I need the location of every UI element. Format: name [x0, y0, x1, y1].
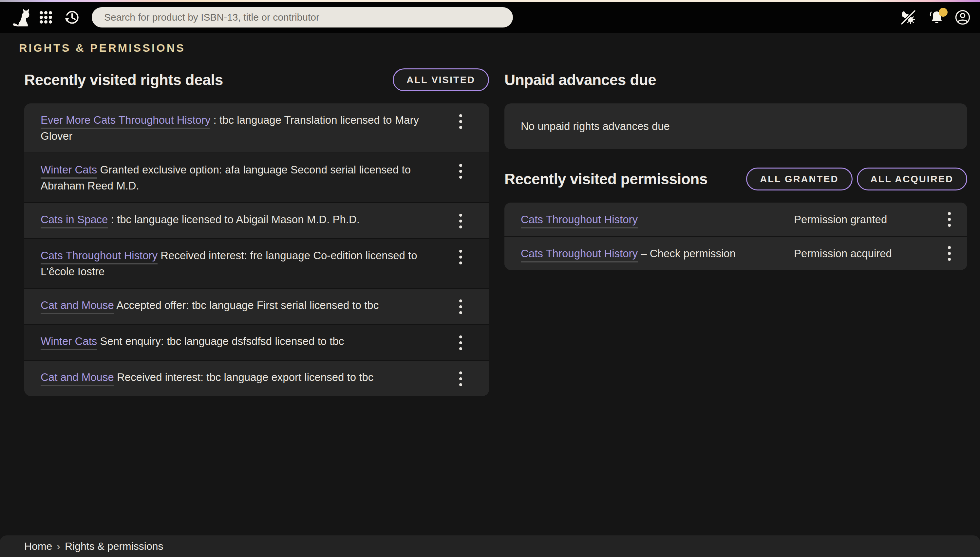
permissions-card: Cats Throughout History Permission grant…: [505, 203, 967, 270]
kebab-menu-icon[interactable]: [947, 211, 952, 228]
search-input[interactable]: [92, 7, 513, 28]
history-icon: [64, 10, 80, 25]
unpaid-advances-card: No unpaid rights advances due: [505, 103, 967, 149]
permission-product-link[interactable]: Cats Throughout History: [521, 248, 638, 262]
breadcrumb-separator: ›: [57, 540, 60, 552]
deal-description: Winter Cats Sent enquiry: tbc language d…: [41, 333, 439, 352]
notification-badge: [939, 8, 947, 17]
apps-grid-icon: [39, 11, 52, 24]
kebab-menu-icon[interactable]: [458, 334, 464, 352]
deal-product-link[interactable]: Cat and Mouse: [41, 371, 114, 386]
home-logo-button[interactable]: [11, 8, 32, 27]
history-button[interactable]: [52, 10, 80, 25]
deal-description: Winter Cats Granted exclusive option: af…: [41, 162, 439, 194]
all-acquired-button[interactable]: ALL ACQUIRED: [857, 168, 967, 191]
deal-summary-text: : tbc language licensed to Abigail Mason…: [108, 213, 359, 225]
permissions-heading: Recently visited permissions: [505, 170, 707, 188]
deal-row: Winter Cats Granted exclusive option: af…: [24, 153, 489, 202]
breadcrumb-bar: Home›Rights & permissions: [0, 536, 980, 557]
all-granted-button[interactable]: ALL GRANTED: [746, 168, 852, 191]
main-content: RIGHTS & PERMISSIONS Recently visited ri…: [0, 33, 980, 536]
kebab-menu-icon[interactable]: [947, 245, 952, 262]
deal-product-link[interactable]: Ever More Cats Throughout History: [41, 114, 210, 129]
kebab-menu-icon[interactable]: [458, 248, 464, 266]
permission-description: Cats Throughout History – Check permissi…: [521, 248, 794, 260]
deal-summary-text: Sent enquiry: tbc language dsfsdfsd lice…: [97, 335, 344, 347]
kebab-menu-icon[interactable]: [458, 370, 464, 388]
permission-product-link[interactable]: Cats Throughout History: [521, 213, 638, 228]
deal-product-link[interactable]: Cat and Mouse: [41, 299, 114, 314]
breadcrumb-current: Rights & permissions: [65, 540, 163, 552]
permission-description: Cats Throughout History: [521, 213, 794, 226]
breadcrumb-home-link[interactable]: Home: [24, 540, 52, 552]
apps-grid-button[interactable]: [32, 11, 52, 24]
top-navigation-bar: [0, 2, 980, 33]
all-visited-button[interactable]: ALL VISITED: [393, 68, 489, 91]
kebab-menu-icon[interactable]: [458, 113, 464, 130]
advances-heading: Unpaid advances due: [505, 71, 656, 89]
kebab-menu-icon[interactable]: [458, 298, 464, 316]
kebab-menu-icon[interactable]: [458, 163, 464, 180]
deal-description: Cats in Space : tbc language licensed to…: [41, 212, 439, 230]
permission-row: Cats Throughout History – Check permissi…: [505, 236, 967, 270]
deal-product-link[interactable]: Cats in Space: [41, 213, 108, 228]
permission-status: Permission acquired: [794, 248, 947, 260]
permission-row: Cats Throughout History Permission grant…: [505, 203, 967, 236]
account-icon: [955, 10, 970, 25]
kebab-menu-icon[interactable]: [458, 212, 464, 230]
deal-description: Cat and Mouse Accepted offer: tbc langua…: [41, 297, 439, 316]
deal-summary-text: Received interest: tbc language export l…: [114, 371, 373, 383]
page-title: RIGHTS & PERMISSIONS: [19, 42, 980, 54]
deal-row: Cat and Mouse Accepted offer: tbc langua…: [24, 288, 489, 324]
deal-row: Cats in Space : tbc language licensed to…: [24, 202, 489, 238]
theme-toggle-button[interactable]: [900, 10, 916, 25]
deal-description: Cat and Mouse Received interest: tbc lan…: [41, 369, 439, 388]
breadcrumb: Home›Rights & permissions: [24, 540, 163, 552]
permission-status: Permission granted: [794, 213, 947, 226]
deal-row: Cats Throughout History Received interes…: [24, 238, 489, 288]
theme-toggle-icon: [900, 10, 916, 25]
cat-logo-icon: [11, 8, 32, 27]
deal-row: Winter Cats Sent enquiry: tbc language d…: [24, 324, 489, 360]
deal-row: Cat and Mouse Received interest: tbc lan…: [24, 360, 489, 396]
deal-product-link[interactable]: Winter Cats: [41, 335, 97, 350]
rights-deals-section: Recently visited rights deals ALL VISITE…: [24, 68, 489, 396]
deals-heading: Recently visited rights deals: [24, 71, 223, 89]
deal-description: Ever More Cats Throughout History : tbc …: [41, 112, 439, 144]
account-button[interactable]: [955, 10, 970, 25]
deal-product-link[interactable]: Cats Throughout History: [41, 249, 158, 264]
notifications-button[interactable]: [929, 9, 945, 26]
deal-summary-text: Accepted offer: tbc language First seria…: [114, 299, 379, 311]
unpaid-advances-empty-message: No unpaid rights advances due: [521, 120, 670, 132]
advances-permissions-section: Unpaid advances due No unpaid rights adv…: [505, 68, 967, 396]
deal-product-link[interactable]: Winter Cats: [41, 164, 97, 179]
deal-description: Cats Throughout History Received interes…: [41, 248, 439, 280]
product-search: [92, 7, 513, 28]
deals-card: Ever More Cats Throughout History : tbc …: [24, 103, 489, 396]
deal-row: Ever More Cats Throughout History : tbc …: [24, 103, 489, 153]
permission-suffix-text: – Check permission: [638, 248, 736, 259]
